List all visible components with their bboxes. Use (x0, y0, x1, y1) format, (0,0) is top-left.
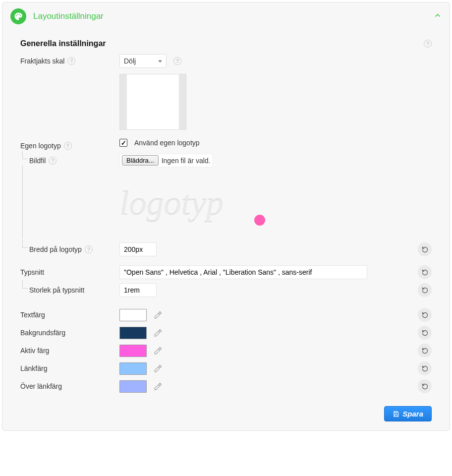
logo-width-label: Bredd på logotyp (29, 245, 82, 253)
reset-button[interactable] (418, 242, 432, 256)
browse-button[interactable]: Bläddra... (122, 155, 159, 166)
help-icon[interactable]: ? (173, 57, 181, 65)
logo-width-input[interactable] (119, 242, 157, 256)
help-icon[interactable]: ? (64, 142, 72, 150)
bg-color-swatch[interactable] (119, 327, 147, 339)
save-icon (393, 411, 399, 417)
active-color-label: Aktiv färg (20, 347, 49, 355)
eyedropper-icon[interactable] (151, 379, 165, 393)
font-size-input[interactable] (119, 283, 157, 297)
palette-icon (10, 8, 26, 24)
eyedropper-icon[interactable] (151, 326, 165, 340)
chevron-up-icon[interactable] (434, 11, 442, 22)
reset-button[interactable] (418, 361, 432, 375)
own-logo-checkbox-label: Använd egen logotyp (134, 139, 200, 147)
panel-body: Generella inställningar ? Fraktjakts ska… (2, 30, 450, 430)
logo-dot-icon (254, 215, 265, 226)
shell-preview (119, 74, 186, 130)
shell-label: Fraktjakts skal (20, 57, 64, 65)
hover-link-color-swatch[interactable] (119, 380, 147, 393)
panel-title: Layoutinställningar (33, 11, 434, 21)
logo-preview: logotyp (119, 174, 268, 238)
reset-button[interactable] (418, 326, 432, 340)
font-input[interactable] (119, 265, 367, 279)
svg-point-1 (17, 14, 18, 15)
text-color-label: Textfärg (20, 311, 45, 319)
svg-point-2 (19, 14, 20, 15)
file-status: Ingen fil är vald. (162, 157, 211, 165)
save-button[interactable]: Spara (384, 406, 432, 421)
help-icon[interactable]: ? (67, 57, 75, 65)
text-color-swatch[interactable] (119, 309, 147, 321)
font-size-label: Storlek på typsnitt (29, 286, 84, 294)
svg-point-3 (20, 15, 21, 16)
font-label: Typsnitt (20, 268, 44, 276)
reset-button[interactable] (418, 308, 432, 322)
reset-button[interactable] (418, 344, 432, 357)
link-color-swatch[interactable] (119, 362, 147, 375)
section-title: Generella inställningar (20, 39, 106, 48)
own-logo-checkbox[interactable] (119, 139, 127, 147)
shell-select[interactable]: Dölj (119, 54, 167, 68)
active-color-swatch[interactable] (119, 345, 147, 357)
layout-settings-panel: Layoutinställningar Generella inställnin… (2, 2, 450, 431)
svg-point-0 (16, 15, 17, 16)
reset-button[interactable] (418, 379, 432, 393)
own-logo-label: Egen logotyp (20, 142, 61, 150)
hover-link-color-label: Över länkfärg (20, 382, 62, 390)
help-icon[interactable]: ? (424, 40, 432, 48)
eyedropper-icon[interactable] (151, 361, 165, 375)
eyedropper-icon[interactable] (151, 344, 165, 357)
link-color-label: Länkfärg (20, 364, 47, 372)
help-icon[interactable]: ? (49, 157, 56, 165)
panel-header[interactable]: Layoutinställningar (2, 2, 450, 30)
bg-color-label: Bakgrundsfärg (20, 329, 65, 337)
reset-button[interactable] (418, 283, 432, 297)
eyedropper-icon[interactable] (151, 308, 165, 322)
reset-button[interactable] (418, 265, 432, 279)
help-icon[interactable]: ? (85, 245, 93, 253)
image-file-label: Bildfil (29, 157, 46, 165)
